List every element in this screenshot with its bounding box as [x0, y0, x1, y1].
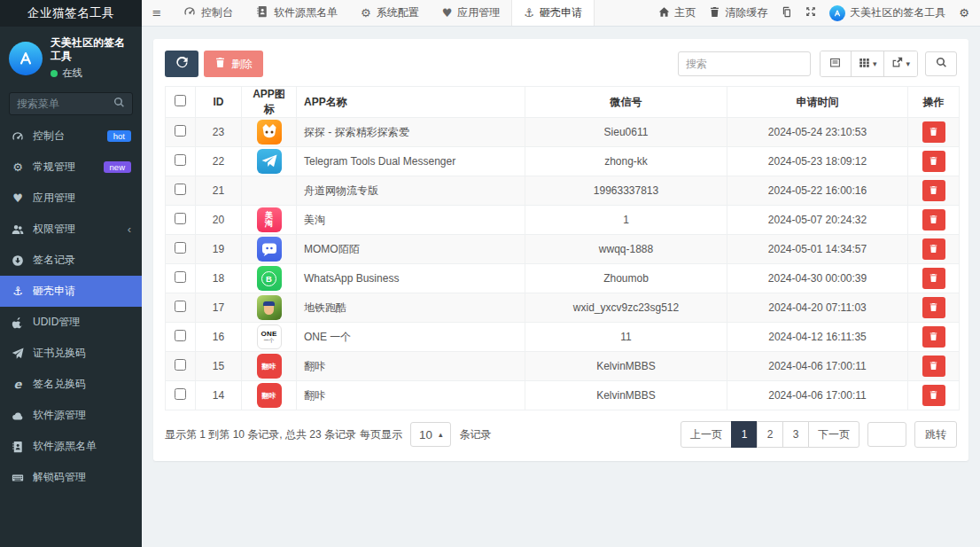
app-icon-momo — [257, 237, 282, 262]
sidebar-item-权限管理[interactable]: 权限管理 ‹ — [0, 214, 142, 245]
sidebar-item-证书兑换码[interactable]: 证书兑换码 — [0, 338, 142, 369]
row-app-icon-cell — [242, 147, 297, 176]
app-icon-fanka: 翻咔 — [257, 354, 282, 379]
fullscreen-button[interactable] — [805, 6, 816, 20]
row-applied-at: 2024-05-22 16:00:16 — [727, 176, 908, 206]
export-button[interactable]: ▾ — [883, 51, 917, 76]
tab-软件源黑名单[interactable]: 软件源黑名单 — [245, 0, 349, 26]
jump-page-input[interactable] — [867, 422, 906, 447]
sidebar-item-常规管理[interactable]: ⚙ 常规管理 new — [0, 152, 142, 183]
tab-控制台[interactable]: 控制台 — [172, 0, 245, 26]
row-delete-button[interactable] — [922, 297, 945, 318]
row-delete-button[interactable] — [922, 151, 945, 172]
tab-应用管理[interactable]: ♥ 应用管理 — [431, 0, 512, 26]
row-checkbox[interactable] — [175, 184, 186, 195]
sidebar-menu: 控制台 hot ⚙ 常规管理 new ♥ 应用管理 权限管理 ‹ 签名记录 ⚓ … — [0, 121, 142, 493]
row-app-name: Telegram Tools Dual Messenger — [297, 147, 525, 176]
sidebar-item-UDID管理[interactable]: UDID管理 — [0, 307, 142, 338]
row-checkbox[interactable] — [175, 213, 186, 224]
page-button-3[interactable]: 3 — [782, 421, 809, 448]
row-delete-button[interactable] — [922, 209, 945, 231]
row-delete-button[interactable] — [922, 238, 945, 260]
row-checkbox[interactable] — [175, 301, 186, 312]
user-menu[interactable]: 天美社区的签名工具 — [829, 5, 945, 21]
hamburger-icon[interactable]: ≡ — [142, 0, 172, 26]
sidebar-item-label: 权限管理 — [33, 222, 75, 237]
app-icon-whatsapp: B — [257, 266, 282, 291]
tab-砸壳申请[interactable]: ⚓ 砸壳申请 — [511, 0, 595, 26]
prev-page-button[interactable]: 上一页 — [681, 421, 732, 448]
copy-button[interactable] — [781, 6, 792, 20]
sidebar-item-砸壳申请[interactable]: ⚓ 砸壳申请 — [0, 276, 142, 307]
table-row: 14 翻咔 翻咔 KelvinMBBS 2024-04-06 17:00:11 — [166, 381, 960, 410]
table-search-input[interactable] — [678, 51, 811, 76]
clear-cache-link[interactable]: 清除缓存 — [709, 5, 767, 20]
sidebar-item-软件源黑名单[interactable]: 软件源黑名单 — [0, 431, 142, 462]
row-checkbox[interactable] — [175, 388, 186, 400]
row-id: 15 — [196, 352, 242, 381]
heart-icon: ♥ — [11, 192, 25, 204]
sidebar-item-签名记录[interactable]: 签名记录 — [0, 245, 142, 276]
sidebar-item-label: 应用管理 — [33, 191, 75, 206]
row-app-name: MOMO陌陌 — [297, 235, 525, 264]
row-delete-button[interactable] — [922, 268, 945, 289]
select-all-checkbox[interactable] — [175, 95, 186, 106]
trash-icon — [929, 272, 938, 285]
cogs-icon: ⚙ — [11, 161, 25, 173]
row-app-icon-cell: B — [242, 264, 297, 293]
row-checkbox[interactable] — [175, 359, 186, 371]
row-checkbox[interactable] — [175, 271, 186, 283]
sidebar-item-label: 签名兑换码 — [33, 377, 86, 392]
row-app-name: 翻咔 — [297, 352, 525, 381]
search-button[interactable] — [925, 51, 957, 76]
columns-button[interactable]: ▾ — [851, 51, 884, 76]
trash-icon — [929, 243, 938, 256]
page-button-2[interactable]: 2 — [757, 421, 783, 448]
avatar — [829, 5, 845, 21]
row-wechat: KelvinMBBS — [525, 381, 727, 410]
sidebar-search-input[interactable] — [17, 98, 113, 110]
user-status-label: 在线 — [62, 66, 82, 80]
status-badge: new — [104, 161, 131, 174]
sidebar-item-解锁码管理[interactable]: 解锁码管理 — [0, 462, 142, 493]
row-app-name: 翻咔 — [297, 381, 525, 410]
delete-button[interactable]: 删除 — [204, 51, 263, 77]
row-delete-button[interactable] — [922, 356, 945, 377]
page-button-1[interactable]: 1 — [731, 421, 758, 448]
trash-icon — [929, 360, 938, 373]
refresh-button[interactable] — [165, 51, 198, 77]
sidebar-item-软件源管理[interactable]: 软件源管理 — [0, 400, 142, 431]
row-id: 19 — [196, 235, 242, 264]
navbar-right: 主页 清除缓存 天美社区的签名工具 ⚙ — [658, 0, 980, 26]
row-delete-button[interactable] — [922, 385, 945, 406]
sidebar-item-应用管理[interactable]: ♥ 应用管理 — [0, 183, 142, 214]
page-size-suffix: 条记录 — [459, 427, 491, 442]
tab-系统配置[interactable]: ⚙ 系统配置 — [349, 0, 431, 26]
row-checkbox[interactable] — [175, 330, 186, 341]
row-checkbox[interactable] — [175, 242, 186, 254]
toggle-view-button[interactable] — [821, 51, 851, 76]
sidebar-item-控制台[interactable]: 控制台 hot — [0, 121, 142, 152]
table-row: 19 MOMO陌陌 wwqq-1888 2024-05-01 14:34:57 — [166, 235, 960, 264]
app-icon-fanka: 翻咔 — [257, 383, 282, 408]
settings-button[interactable]: ⚙ — [959, 7, 969, 20]
address-book-icon — [11, 441, 25, 453]
row-delete-button[interactable] — [922, 326, 945, 348]
jump-button[interactable]: 跳转 — [914, 421, 957, 448]
row-app-icon-cell: 美淘 — [242, 206, 297, 235]
row-delete-button[interactable] — [922, 121, 945, 143]
row-delete-button[interactable] — [922, 180, 945, 201]
row-id: 17 — [196, 293, 242, 323]
heart-icon: ♥ — [442, 7, 453, 20]
chevron-left-icon: ‹ — [128, 223, 131, 236]
row-id: 21 — [196, 176, 242, 206]
sidebar-item-签名兑换码[interactable]: e 签名兑换码 — [0, 369, 142, 400]
row-checkbox[interactable] — [175, 125, 186, 137]
home-label: 主页 — [674, 5, 696, 20]
page-size-dropdown[interactable]: 10 ▴ — [410, 422, 451, 447]
sidebar-item-label: 签名记录 — [33, 253, 75, 268]
row-checkbox[interactable] — [175, 154, 186, 166]
next-page-button[interactable]: 下一页 — [808, 421, 859, 448]
home-link[interactable]: 主页 — [658, 5, 696, 20]
table-row: 15 翻咔 翻咔 KelvinMBBS 2024-04-06 17:00:11 — [166, 352, 960, 381]
